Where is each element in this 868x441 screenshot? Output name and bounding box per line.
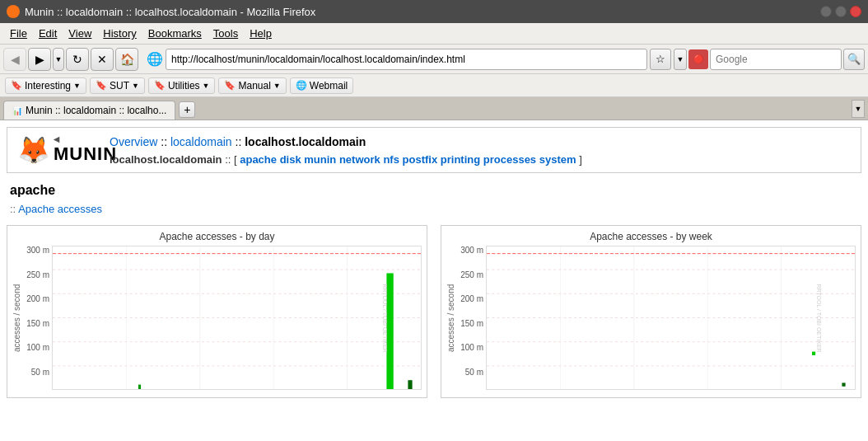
chart-by-day-title: Apache accesses - by day (12, 231, 422, 242)
bookmark-utilities[interactable]: 🔖 Utilities ▼ (148, 77, 216, 94)
ylabel-300m-week: 300 m (456, 246, 486, 255)
link-processes[interactable]: processes (483, 153, 536, 166)
ylabel-250m-week: 250 m (456, 270, 486, 279)
back-button[interactable]: ◀ (3, 48, 26, 71)
svg-rect-23 (812, 352, 815, 355)
bookmark-webmail-label: Webmail (310, 80, 348, 91)
tab-favicon: 📊 (12, 106, 22, 115)
window-controls (820, 6, 861, 17)
chart-by-day-ylabels: 300 m 250 m 200 m 150 m 100 m 50 m (22, 246, 52, 390)
ylabel-200m-week: 200 m (456, 294, 486, 303)
section-subtitle-link[interactable]: Apache accesses (18, 203, 102, 215)
bookmark-manual-dropdown[interactable]: ▼ (273, 82, 281, 90)
link-nfs[interactable]: nfs (383, 153, 399, 166)
bookmark-utilities-dropdown[interactable]: ▼ (203, 82, 210, 90)
munin-breadcrumb: Overview :: localdomain :: localhost.loc… (110, 135, 851, 148)
section-subtitle: Apache accesses (7, 203, 861, 215)
link-network[interactable]: network (339, 153, 380, 166)
munin-nav: Overview :: localdomain :: localhost.loc… (110, 135, 851, 166)
ylabel-150m-week: 150 m (456, 319, 486, 328)
search-button[interactable]: 🔍 (843, 49, 865, 70)
bookmark-sut-label: SUT (110, 80, 129, 91)
chart-by-day[interactable]: Apache accesses - by day accesses / seco… (7, 225, 427, 398)
chart-by-day-svg (53, 246, 421, 389)
menu-file[interactable]: File (5, 26, 32, 41)
app-icon (7, 5, 20, 18)
chart-by-day-area: accesses / second 300 m 250 m 200 m 150 … (12, 246, 422, 390)
chart-by-week-title: Apache accesses - by week (446, 231, 856, 242)
menu-view[interactable]: View (63, 26, 96, 41)
menu-help[interactable]: Help (245, 26, 277, 41)
bookmark-manual-icon: 🔖 (224, 80, 236, 91)
breadcrumb-overview[interactable]: Overview (110, 135, 157, 148)
bookmarks-bar: 🔖 Interesting ▼ 🔖 SUT ▼ 🔖 Utilities ▼ 🔖 … (0, 74, 868, 97)
menu-tools[interactable]: Tools (208, 26, 243, 41)
link-postfix[interactable]: postfix (403, 153, 438, 166)
bookmark-interesting-dropdown[interactable]: ▼ (73, 82, 81, 90)
link-system[interactable]: system (539, 153, 576, 166)
nav-bar: ◀ ▶ ▼ ↻ ✕ 🏠 🌐 ☆ ▼ 🔴 🔍 (0, 45, 868, 74)
bookmark-sut[interactable]: 🔖 SUT ▼ (90, 77, 145, 94)
chart-by-day-ylabel: accesses / second (12, 246, 22, 390)
munin-host-label: localhost.localdomain (110, 153, 222, 166)
ylabel-200m-day: 200 m (22, 294, 52, 303)
ylabel-50m-day: 50 m (22, 368, 52, 377)
bookmark-utilities-icon: 🔖 (154, 80, 166, 91)
menu-bookmarks[interactable]: Bookmarks (143, 26, 207, 41)
chart-by-week-watermark: RRTOOL / TOBI OETIKER (816, 284, 822, 352)
forward-dropdown[interactable]: ▼ (53, 48, 64, 71)
home-button[interactable]: 🏠 (115, 48, 138, 71)
stop-button[interactable]: ✕ (91, 48, 114, 71)
svg-rect-24 (842, 382, 845, 386)
menu-bar: File Edit View History Bookmarks Tools H… (0, 23, 868, 45)
bookmark-sut-dropdown[interactable]: ▼ (132, 82, 139, 90)
breadcrumb-host: localhost.localdomain (245, 135, 366, 148)
maximize-button[interactable] (835, 6, 847, 17)
address-bar[interactable] (166, 49, 647, 70)
bookmark-manual[interactable]: 🔖 Manual ▼ (218, 77, 286, 94)
close-button[interactable] (850, 6, 861, 17)
bookmark-webmail[interactable]: 🌐 Webmail (290, 77, 353, 94)
bookmark-webmail-icon: 🌐 (296, 80, 307, 91)
new-tab-button[interactable]: + (179, 101, 195, 118)
chart-by-week-svg (487, 246, 855, 389)
chart-by-week-area: accesses / second 300 m 250 m 200 m 150 … (446, 246, 856, 390)
minimize-button[interactable] (820, 6, 832, 17)
ylabel-150m-day: 150 m (22, 319, 52, 328)
link-printing[interactable]: printing (441, 153, 480, 166)
chart-by-week[interactable]: Apache accesses - by week accesses / sec… (441, 225, 861, 398)
search-engine-icon[interactable]: 🔴 (688, 49, 708, 69)
tab-bar: 📊 Munin :: localdomain :: localho... + ▼ (0, 97, 868, 120)
ylabel-100m-day: 100 m (22, 343, 52, 352)
title-bar: Munin :: localdomain :: localhost.locald… (0, 0, 868, 23)
ylabel-250m-day: 250 m (22, 270, 52, 279)
bookmark-manual-label: Manual (238, 80, 270, 91)
link-munin[interactable]: munin (304, 153, 336, 166)
svg-rect-12 (138, 385, 141, 389)
link-apache[interactable]: apache (240, 153, 277, 166)
breadcrumb-domain[interactable]: localdomain (170, 135, 232, 148)
bookmark-interesting[interactable]: 🔖 Interesting ▼ (5, 77, 86, 94)
ylabel-300m-day: 300 m (22, 246, 52, 255)
active-tab[interactable]: 📊 Munin :: localdomain :: localho... (3, 101, 175, 120)
munin-logo: 🦊 ◀ MUNIN (17, 134, 100, 166)
address-dropdown[interactable]: ▼ (674, 49, 687, 70)
munin-category-links: localhost.localdomain :: [ apache disk m… (110, 153, 851, 166)
munin-fox-icon: 🦊 (17, 134, 50, 166)
svg-rect-11 (408, 380, 412, 389)
refresh-button[interactable]: ↻ (66, 48, 89, 71)
tab-scroll-right[interactable]: ▼ (852, 100, 865, 118)
charts-row: Apache accesses - by day accesses / seco… (7, 225, 861, 398)
menu-edit[interactable]: Edit (34, 26, 62, 41)
search-input[interactable] (710, 49, 842, 70)
munin-header: 🦊 ◀ MUNIN Overview :: localdomain :: loc… (7, 127, 861, 173)
forward-button[interactable]: ▶ (28, 48, 51, 71)
chart-by-day-main: RRTOOL / TOBI OETIKER (52, 246, 422, 390)
ylabel-100m-week: 100 m (456, 343, 486, 352)
link-disk[interactable]: disk (280, 153, 301, 166)
section-title: apache (7, 183, 861, 198)
menu-history[interactable]: History (98, 26, 141, 41)
page-content: 🦊 ◀ MUNIN Overview :: localdomain :: loc… (0, 120, 868, 441)
bookmark-star[interactable]: ☆ (650, 49, 671, 70)
chart-by-week-main: RRTOOL / TOBI OETIKER (486, 246, 856, 390)
